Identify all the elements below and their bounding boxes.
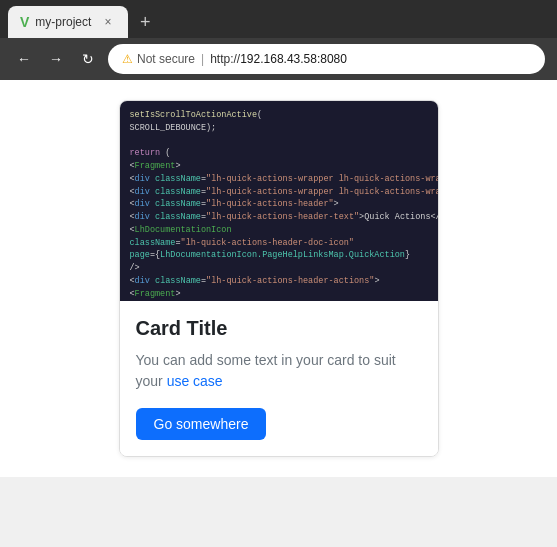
- warning-icon: ⚠: [122, 52, 133, 66]
- tab-close-button[interactable]: ×: [100, 14, 116, 30]
- url-port: :8080: [317, 52, 347, 66]
- card-title: Card Title: [136, 317, 422, 340]
- card: setIsScrollToActionActive( SCROLL_DEBOUN…: [119, 100, 439, 457]
- browser-tab[interactable]: V my-project ×: [8, 6, 128, 38]
- browser-chrome: V my-project × + ← → ↻ ⚠ Not secure | ht…: [0, 0, 557, 80]
- card-image: setIsScrollToActionActive( SCROLL_DEBOUN…: [120, 101, 438, 301]
- go-somewhere-button[interactable]: Go somewhere: [136, 408, 267, 440]
- forward-button[interactable]: →: [44, 47, 68, 71]
- address-separator: |: [201, 52, 204, 66]
- url-protocol: http://: [210, 52, 240, 66]
- back-button[interactable]: ←: [12, 47, 36, 71]
- address-bar-row: ← → ↻ ⚠ Not secure | http://192.168.43.5…: [0, 38, 557, 80]
- tab-title: my-project: [35, 15, 94, 29]
- address-bar[interactable]: ⚠ Not secure | http://192.168.43.58:8080: [108, 44, 545, 74]
- card-body: Card Title You can add some text in your…: [120, 301, 438, 456]
- security-warning: ⚠ Not secure: [122, 52, 195, 66]
- new-tab-button[interactable]: +: [132, 9, 159, 35]
- address-url: http://192.168.43.58:8080: [210, 52, 347, 66]
- not-secure-label: Not secure: [137, 52, 195, 66]
- tab-favicon: V: [20, 14, 29, 30]
- code-display: setIsScrollToActionActive( SCROLL_DEBOUN…: [120, 101, 438, 301]
- card-text-link: use case: [167, 373, 223, 389]
- page-content: setIsScrollToActionActive( SCROLL_DEBOUN…: [0, 80, 557, 477]
- reload-button[interactable]: ↻: [76, 47, 100, 71]
- url-host: 192.168.43.58: [240, 52, 317, 66]
- card-text: You can add some text in your card to su…: [136, 350, 422, 392]
- tab-bar: V my-project × +: [0, 0, 557, 38]
